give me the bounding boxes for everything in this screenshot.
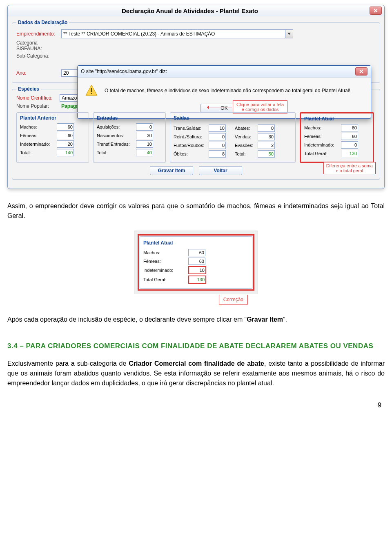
mini-title: Plantel Atual [143,239,249,247]
gravar-item-button[interactable]: Gravar Item [150,166,193,175]
empreendimento-select[interactable]: ** Teste ** CRIADOR COMERCIAL (20.23) - … [61,29,293,38]
legend-dados: Dados da Declaração [16,20,69,25]
label-ent-aqui: Aquisições: [97,124,136,129]
title-saidas: Saídas [174,115,292,121]
paragraph-3: Exclusivamente para a sub-categoria de C… [7,359,385,388]
l-at-total: Total Geral: [304,151,341,156]
callout-correcao: Correção [219,295,248,305]
group-saidas: Saídas Trans.Saídas: Reint./Soltura: Fur… [170,112,296,163]
title-entradas: Entradas [97,115,162,121]
at-machos-input[interactable] [341,124,358,131]
window-title: Declaração Anual de Atividades - Plantel… [10,7,370,14]
sai-fr-input[interactable] [209,142,226,149]
callout-line2: e corrigir os dados [236,107,284,112]
ant-machos-input[interactable] [57,123,74,131]
label-ano: Ano: [16,70,61,76]
svg-rect-1 [91,93,92,94]
sai-ob-input[interactable] [209,150,226,158]
dialog-message: O total de machos, fêmeas e indivíduos d… [105,88,363,93]
group-entradas: Entradas Aquisições: Nascimentos: Transf… [93,112,166,163]
main-window: Declaração Anual de Atividades - Plantel… [7,5,385,189]
p3-b: Criador Comercial com finalidade de abat… [129,360,264,367]
mini-screenshot: Plantel Atual Machos: Fêmeas: Indetermin… [134,231,258,294]
label-ant-femeas: Fêmeas: [20,133,57,138]
l-stotal: Total: [235,151,258,156]
l-rs: Reint./Soltura: [174,134,209,139]
mini-femeas-input[interactable] [188,258,205,265]
mini-l-total: Total Geral: [143,276,188,283]
diff-line1: Diferença entre a soma [326,163,373,168]
sai-ts-input[interactable] [209,124,226,132]
p2-b: Gravar Item [247,316,283,323]
l-ev: Evasões: [235,143,258,148]
mini-l-machos: Machos: [143,249,188,256]
label-empreendimento: Empreendimento: [16,31,61,37]
title-anterior: Plantel Anterior [20,115,85,121]
label-categoria: Categoria SISFAUNA: [16,40,61,51]
close-icon [359,69,363,73]
sai-ab-input[interactable] [258,124,275,132]
label-subcategoria: Sub-Categoria: [16,53,61,59]
ant-total-input [57,149,74,156]
empreendimento-value: ** Teste ** CRIADOR COMERCIAL (20.23) - … [63,31,215,37]
chevron-down-icon [285,30,293,38]
dialog-title: O site "http://servicos.ibama.gov.br" di… [81,69,355,74]
warning-icon [85,84,98,97]
sai-ev-input[interactable] [258,142,275,149]
dialog-close-button[interactable] [355,67,368,76]
label-nome-popular: Nome Popular: [16,103,57,109]
callout-ok-hint: Clique para voltar a tela e corrigir os … [233,100,287,113]
window-titlebar: Declaração Anual de Atividades - Plantel… [8,5,384,16]
window-close-button[interactable] [370,7,382,15]
close-icon [374,9,378,13]
label-ent-nasc: Nascimentos: [97,133,136,138]
p2-c: ”. [283,316,287,323]
legend-especies: Espécies [16,86,41,92]
ent-aqui-input[interactable] [136,123,153,131]
paragraph-1: Assim, o empreendedor deve corrigir os v… [7,201,385,221]
at-femeas-input[interactable] [341,133,358,140]
label-nome-cientifico: Nome Científico: [16,95,57,101]
ent-nasc-input[interactable] [136,132,153,139]
callout-arrow [207,107,232,107]
l-ab: Abates: [235,126,258,131]
ano-input[interactable] [61,69,78,77]
page-number: 9 [7,400,385,410]
label-ant-total: Total: [20,150,57,155]
at-indet-input[interactable] [341,141,358,149]
group-plantel-atual: Plantel Atual Machos: Fêmeas: Indetermin… [300,112,374,163]
group-plantel-anterior: Plantel Anterior Machos: Fêmeas: Indeter… [16,112,89,163]
label-ant-machos: Machos: [20,124,57,129]
p3-a: Exclusivamente para a sub-categoria de [7,360,129,367]
mini-machos-input[interactable] [188,249,205,256]
sai-ve-input[interactable] [258,133,275,140]
l-ts: Trans.Saídas: [174,126,209,131]
diff-line2: e o total geral [326,168,373,173]
sai-total-input [258,150,275,158]
mini-l-femeas: Fêmeas: [143,258,188,265]
ant-indet-input[interactable] [57,140,74,148]
l-at-machos: Machos: [304,125,341,130]
label-ent-total: Total: [97,150,136,155]
svg-rect-0 [91,88,92,92]
callout-line1: Clique para voltar a tela [236,102,284,107]
at-total-input [341,150,358,157]
mini-total-input [188,276,206,284]
mini-indet-input[interactable] [188,266,206,274]
mini-l-indet: Indeterminado: [143,267,188,274]
sai-rs-input[interactable] [209,133,226,140]
p2-a: Após cada operação de inclusão de espéci… [7,316,247,323]
ent-total-input [136,149,153,156]
voltar-button[interactable]: Voltar [199,166,242,175]
callout-difference: Diferença entre a soma e o total geral [323,162,376,174]
paragraph-2: Após cada operação de inclusão de espéci… [7,315,385,325]
l-ve: Vendas: [235,134,258,139]
l-at-femeas: Fêmeas: [304,134,341,139]
title-atual: Plantel Atual [304,116,370,122]
l-ob: Óbitos: [174,151,209,156]
ent-trans-input[interactable] [136,140,153,148]
ant-femeas-input[interactable] [57,132,74,139]
l-at-indet: Indeterminado: [304,142,341,147]
l-fr: Furtos/Roubos: [174,143,209,148]
label-ant-indet: Indeterminado: [20,142,57,147]
